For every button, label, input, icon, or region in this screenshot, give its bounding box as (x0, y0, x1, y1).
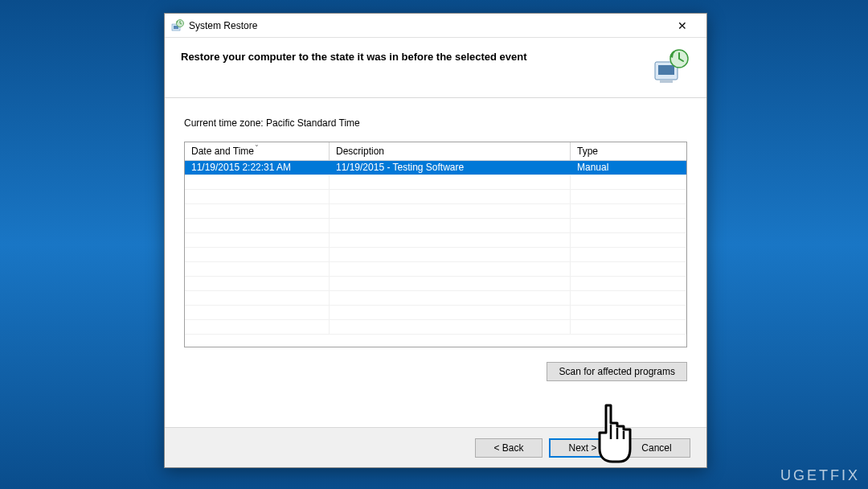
table-row (185, 306, 686, 320)
wizard-body: Current time zone: Pacific Standard Time… (165, 98, 706, 389)
cell-type: Manual (571, 161, 686, 175)
window-title: System Restore (189, 20, 665, 31)
wizard-header: Restore your computer to the state it wa… (165, 38, 706, 98)
svg-rect-5 (658, 65, 674, 75)
next-button[interactable]: Next > (549, 438, 616, 458)
column-header-description[interactable]: Description (330, 142, 571, 160)
restore-points-table: ⌄ Date and Time Description Type 11/19/2… (184, 142, 687, 347)
column-header-type[interactable]: Type (571, 142, 686, 160)
table-row[interactable]: 11/19/2015 2:22:31 AM 11/19/2015 - Testi… (185, 161, 686, 175)
table-row (185, 291, 686, 306)
cell-datetime: 11/19/2015 2:22:31 AM (185, 161, 330, 175)
timezone-label: Current time zone: Pacific Standard Time (184, 117, 687, 129)
system-restore-icon (171, 19, 184, 32)
table-body: 11/19/2015 2:22:31 AM 11/19/2015 - Testi… (185, 161, 686, 346)
watermark: UGETFIX (780, 467, 860, 484)
table-row (185, 233, 686, 248)
column-header-datetime[interactable]: ⌄ Date and Time (185, 142, 330, 160)
table-row (185, 320, 686, 335)
table-row (185, 277, 686, 291)
close-button[interactable]: ✕ (665, 14, 700, 37)
scan-affected-programs-button[interactable]: Scan for affected programs (547, 362, 687, 381)
sort-descending-icon: ⌄ (254, 141, 260, 148)
cancel-button[interactable]: Cancel (623, 438, 690, 458)
restore-large-icon (652, 47, 690, 86)
table-row (185, 190, 686, 204)
back-button[interactable]: < Back (475, 438, 542, 458)
table-row (185, 175, 686, 190)
svg-rect-6 (660, 80, 673, 83)
table-row (185, 248, 686, 262)
close-icon: ✕ (678, 19, 687, 32)
table-row (185, 219, 686, 233)
table-row (185, 204, 686, 219)
wizard-heading: Restore your computer to the state it wa… (181, 47, 642, 63)
table-row (185, 262, 686, 277)
table-header: ⌄ Date and Time Description Type (185, 142, 686, 161)
wizard-footer: < Back Next > Cancel (165, 427, 706, 467)
system-restore-window: System Restore ✕ Restore your computer t… (164, 13, 707, 468)
titlebar[interactable]: System Restore ✕ (165, 14, 706, 38)
cell-description: 11/19/2015 - Testing Software (330, 161, 571, 175)
